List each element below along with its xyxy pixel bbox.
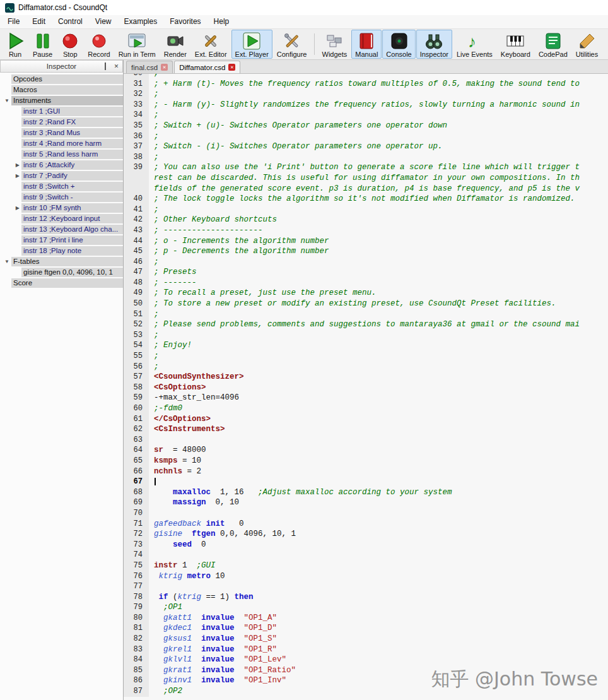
tree-item-instr-6-attackify[interactable]: ▶instr 6 ;Attackify (0, 160, 123, 170)
menu-item-examples[interactable]: Examples (118, 15, 164, 28)
tab-diffamator-csd[interactable]: Diffamator.csd✕ (174, 61, 240, 73)
app-icon (5, 3, 15, 13)
toolbar-button-label: Stop (63, 50, 78, 58)
toolbar-button-codepad[interactable]: CodePad (535, 30, 571, 59)
code-text: ; Presets (149, 267, 608, 278)
toolbar-button-pause[interactable]: Pause (29, 30, 56, 59)
window-title: Diffamator.csd - CsoundQt (18, 3, 107, 12)
code-line: 46; (124, 257, 608, 268)
code-line: 63 (124, 435, 608, 446)
toolbar-button-run[interactable]: Run (2, 30, 28, 59)
code-line: 73 seed 0 (124, 540, 608, 550)
chevron-right-icon[interactable]: ▶ (0, 160, 21, 170)
menu-item-control[interactable]: Control (52, 15, 89, 28)
tree-item-macros[interactable]: Macros (0, 85, 123, 95)
tab-final-csd[interactable]: final.csd✕ (126, 61, 173, 73)
line-number: 44 (124, 236, 149, 247)
toolbar-button-label: CodePad (539, 50, 568, 58)
tree-item-instr-12-keyboard-input[interactable]: instr 12 ;Keyboard input (0, 214, 123, 223)
tree-item-opcodes[interactable]: Opcodes (0, 74, 123, 84)
tree-item-gisine-ftgen-0-0-4096-10-1[interactable]: gisine ftgen 0,0, 4096, 10, 1 (0, 268, 123, 277)
chevron-right-icon[interactable]: ▶ (0, 203, 21, 213)
code-line: 84 gklvl1 invalue "OP1_Lev" (124, 655, 608, 665)
close-panel-icon[interactable]: ✕ (112, 62, 120, 71)
code-text: ; (149, 330, 608, 341)
tab-label: final.csd (131, 64, 158, 71)
tree-item-f-tables[interactable]: ▼F-tables (0, 257, 123, 266)
code-editor[interactable]: 30;31; + Harm (t)- Moves the frequency r… (124, 74, 608, 700)
toolbar-button-utilities[interactable]: Utilities (572, 30, 602, 59)
toolbar-button-run-in-term[interactable]: Run in Term (115, 30, 160, 59)
toolbar-button-render[interactable]: Render (160, 30, 190, 59)
tab-close-icon[interactable]: ✕ (228, 64, 235, 71)
tree-item-instr-13-keyboard-algo-cha[interactable]: instr 13 ;Keyboard Algo cha... (0, 225, 123, 234)
tree-item-instr-9-switch[interactable]: instr 9 ;Switch - (0, 193, 123, 202)
toolbar-button-stop[interactable]: Stop (57, 30, 83, 59)
code-line: 76 ktrig metro 10 (124, 571, 608, 582)
toolbar-button-ext-editor[interactable]: Ext. Editor (191, 30, 231, 59)
tree-item-instr-4-rand-more-harm[interactable]: instr 4 ;Rand more harm (0, 139, 123, 148)
stop-icon (61, 32, 79, 50)
toolbar-button-manual[interactable]: Manual (351, 30, 382, 59)
code-line: 83 gkrel1 invalue "OP1_R" (124, 644, 608, 655)
chevron-down-icon[interactable]: ▼ (0, 257, 11, 266)
code-text: ksmps = 10 (149, 456, 608, 466)
tab-close-icon[interactable]: ✕ (161, 64, 168, 71)
line-number: 80 (124, 613, 149, 624)
toolbar-button-label: Inspector (420, 50, 448, 58)
inspector-panel-title: Inspector (47, 62, 76, 70)
line-number: 38 (124, 152, 149, 163)
tree-item-instruments[interactable]: ▼Instruments (0, 96, 123, 105)
toolbar-button-inspector[interactable]: Inspector (416, 30, 452, 59)
code-line: 39; You can also use the 'i Print' butto… (124, 162, 608, 173)
tree-item-instr-2-rand-fx[interactable]: instr 2 ;Rand FX (0, 117, 123, 127)
code-line: 34; (124, 110, 608, 121)
tree-item-label: instr 2 ;Rand FX (21, 117, 123, 127)
tree-item-instr-5-rand-less-harm[interactable]: instr 5 ;Rand less harm (0, 150, 123, 159)
tree-item-instr-1-gui[interactable]: instr 1 ;GUI (0, 107, 123, 116)
toolbar-button-label: Ext. Editor (195, 50, 227, 58)
tree-item-instr-18-play-note[interactable]: instr 18 ;Play note (0, 246, 123, 256)
line-number: 37 (124, 141, 149, 152)
toolbar-button-console[interactable]: Console (382, 30, 415, 59)
code-line: 67 (124, 477, 608, 487)
toolbar-button-configure[interactable]: Configure (273, 30, 311, 59)
menu-item-help[interactable]: Help (208, 15, 236, 28)
tree-item-instr-10-fm-synth[interactable]: ▶instr 10 ;FM synth (0, 203, 123, 213)
menu-item-favorites[interactable]: Favorites (163, 15, 207, 28)
code-line: 61</CsOptions> (124, 414, 608, 425)
tree-item-instr-17-print-i-line[interactable]: instr 17 ;Print i line (0, 235, 123, 245)
code-text: ; (149, 351, 608, 362)
tree-item-instr-8-switch[interactable]: instr 8 ;Switch + (0, 182, 123, 191)
chevron-right-icon[interactable]: ▶ (0, 171, 21, 181)
toolbar-button-keyboard[interactable]: Keyboard (497, 30, 534, 59)
codepad-icon (544, 32, 563, 50)
menu-item-edit[interactable]: Edit (26, 15, 52, 28)
code-line: 54; Enjoy! (124, 340, 608, 351)
code-text: ; o - Increments the algorithm number (149, 236, 608, 247)
code-line: 75instr 1 ;GUI (124, 561, 608, 571)
menu-item-view[interactable]: View (89, 15, 118, 28)
tree-item-score[interactable]: Score (0, 278, 123, 288)
toolbar-button-widgets[interactable]: Widgets (319, 30, 351, 59)
run-icon (6, 32, 25, 50)
code-text: ktrig metro 10 (149, 571, 608, 582)
chevron-down-icon[interactable]: ▼ (0, 96, 11, 105)
toolbar-button-ext-player[interactable]: Ext. Player (231, 30, 272, 59)
line-number: 64 (124, 445, 149, 456)
line-number: 42 (124, 215, 149, 225)
line-number: 86 (124, 675, 149, 686)
menu-item-file[interactable]: File (1, 15, 26, 28)
line-number: 57 (124, 372, 149, 383)
line-number: 77 (124, 581, 149, 592)
toolbar-button-label: Configure (277, 50, 307, 58)
code-text: gklvl1 invalue "OP1_Lev" (149, 655, 608, 665)
tree-item-instr-7-padify[interactable]: ▶instr 7 ;Padify (0, 171, 123, 181)
tree-item-instr-3-rand-mus[interactable]: instr 3 ;Rand Mus (0, 128, 123, 138)
toolbar-button-record[interactable]: Record (84, 30, 114, 59)
line-number: 82 (124, 634, 149, 644)
code-text: -+max_str_len=4096 (149, 393, 608, 403)
toolbar-button-live-events[interactable]: ♪Live Events (453, 30, 496, 59)
inspector-panel-header[interactable]: Inspector ✕ (0, 60, 123, 73)
float-panel-icon[interactable] (101, 62, 109, 71)
